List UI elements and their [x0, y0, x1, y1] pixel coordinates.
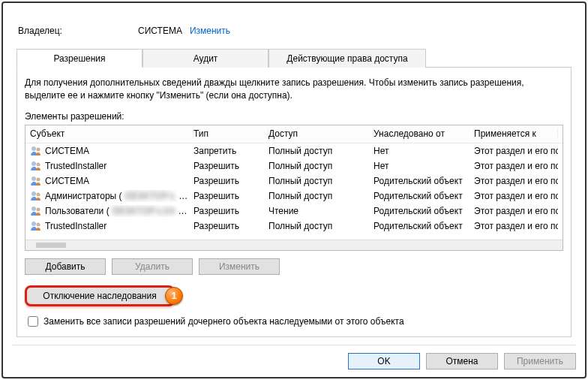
owner-row: Владелец: СИСТЕМА Изменить	[18, 26, 576, 36]
svg-point-11	[37, 222, 40, 226]
row-subject-blur: DESKTOP-LXA	[112, 206, 176, 216]
row-applies: Этот раздел и его подр	[474, 206, 558, 216]
row-access: Чтение	[268, 206, 374, 216]
owner-value: СИСТЕМА	[138, 26, 182, 36]
cancel-button[interactable]: Отмена	[426, 353, 498, 369]
group-icon	[30, 220, 42, 232]
table-row[interactable]: TrustedInstallerРазрешитьПолный доступРо…	[26, 219, 562, 234]
row-type: Запретить	[194, 146, 268, 156]
row-subject: Пользователи (	[45, 206, 110, 216]
disable-inheritance-label: Отключение наследования	[43, 291, 156, 301]
inherit-row: Отключение наследования 1	[25, 285, 563, 306]
col-applies[interactable]: Применяется к	[474, 128, 558, 139]
table-row[interactable]: TrustedInstallerРазрешитьПолный доступНе…	[26, 158, 562, 173]
group-icon	[30, 175, 42, 187]
row-applies: Этот раздел и его подр	[474, 161, 558, 171]
edit-button: Изменить	[199, 258, 280, 275]
svg-point-9	[37, 207, 40, 211]
svg-point-1	[37, 147, 40, 151]
row-subject-tail: …	[178, 191, 188, 201]
replace-checkbox-row: Заменить все записи разрешений дочернего…	[25, 314, 563, 329]
row-subject-blur: DESKTOP-L	[125, 191, 176, 201]
svg-point-6	[32, 192, 36, 196]
svg-point-3	[37, 162, 40, 166]
row-subject: TrustedInstaller	[45, 221, 106, 231]
table-row[interactable]: Администраторы (DESKTOP-L…РазрешитьПолны…	[26, 188, 562, 204]
row-applies: Этот раздел и его подр	[474, 221, 558, 231]
group-icon	[30, 145, 42, 157]
group-icon	[30, 205, 42, 217]
table-row[interactable]: СИСТЕМАЗапретитьПолный доступНетЭтот раз…	[26, 143, 562, 158]
disable-inheritance-button[interactable]: Отключение наследования 1	[25, 285, 175, 306]
list-label: Элементы разрешений:	[25, 111, 563, 122]
horizontal-scrollbar[interactable]	[26, 240, 562, 250]
row-subject: TrustedInstaller	[45, 161, 106, 171]
replace-child-label: Заменить все записи разрешений дочернего…	[44, 316, 404, 327]
row-type: Разрешить	[194, 221, 268, 231]
row-applies: Этот раздел и его подр	[474, 146, 558, 156]
row-access: Полный доступ	[268, 221, 374, 231]
row-access: Полный доступ	[268, 176, 374, 186]
add-button[interactable]: Добавить	[25, 258, 106, 275]
remove-button: Удалить	[112, 258, 193, 275]
row-access: Полный доступ	[268, 191, 374, 201]
svg-point-7	[37, 192, 40, 196]
row-applies: Этот раздел и его подр	[474, 191, 558, 201]
tab-body: Для получения дополнительных сведений дв…	[16, 68, 572, 337]
col-access[interactable]: Доступ	[268, 128, 374, 139]
tab-effective[interactable]: Действующие права доступа	[268, 49, 426, 68]
group-icon	[30, 160, 42, 172]
svg-point-4	[32, 176, 36, 181]
svg-point-2	[32, 161, 36, 166]
svg-point-8	[32, 207, 36, 211]
col-inherited[interactable]: Унаследовано от	[374, 128, 474, 139]
tab-strip: Разрешения Аудит Действующие права досту…	[16, 48, 572, 68]
list-header: Субъект Тип Доступ Унаследовано от Приме…	[26, 125, 562, 143]
row-inherited: Родительский объект	[374, 191, 474, 201]
list-buttons: Добавить Удалить Изменить	[25, 258, 563, 275]
svg-point-5	[37, 177, 40, 181]
ok-button[interactable]: OK	[348, 353, 420, 369]
row-subject: СИСТЕМА	[45, 176, 89, 186]
svg-point-10	[32, 222, 36, 226]
table-row[interactable]: СИСТЕМАРазрешитьПолный доступРодительски…	[26, 173, 562, 188]
row-type: Разрешить	[194, 191, 268, 201]
callout-marker: 1	[165, 287, 183, 305]
row-access: Полный доступ	[268, 146, 374, 156]
replace-child-checkbox[interactable]	[28, 316, 38, 327]
dialog-footer: OK Отмена Применить	[12, 345, 576, 369]
owner-change-link[interactable]: Изменить	[190, 26, 230, 36]
permissions-list[interactable]: Субъект Тип Доступ Унаследовано от Приме…	[25, 125, 563, 251]
tab-permissions[interactable]: Разрешения	[16, 49, 142, 68]
tab-audit[interactable]: Аудит	[142, 49, 268, 68]
dialog-frame: Владелец: СИСТЕМА Изменить Разрешения Ау…	[2, 2, 586, 378]
row-type: Разрешить	[194, 176, 268, 186]
apply-button: Применить	[504, 353, 576, 369]
row-inherited: Родительский объект	[374, 206, 474, 216]
help-text: Для получения дополнительных сведений дв…	[25, 77, 563, 102]
group-icon	[30, 190, 42, 202]
row-subject-tail: …	[178, 206, 187, 216]
row-subject: СИСТЕМА	[45, 146, 89, 156]
svg-point-0	[32, 146, 36, 151]
row-type: Разрешить	[194, 161, 268, 171]
table-row[interactable]: Пользователи (DESKTOP-LXA…РазрешитьЧтени…	[26, 204, 562, 219]
row-inherited: Родительский объект	[374, 221, 474, 231]
row-inherited: Нет	[374, 161, 474, 171]
row-type: Разрешить	[194, 206, 268, 216]
owner-label: Владелец:	[18, 26, 138, 36]
row-inherited: Нет	[374, 146, 474, 156]
row-applies: Этот раздел и его подр	[474, 176, 558, 186]
col-type[interactable]: Тип	[194, 128, 268, 139]
col-subject[interactable]: Субъект	[30, 128, 194, 139]
row-access: Полный доступ	[268, 161, 374, 171]
row-inherited: Родительский объект	[374, 176, 474, 186]
row-subject: Администраторы (	[45, 191, 122, 201]
